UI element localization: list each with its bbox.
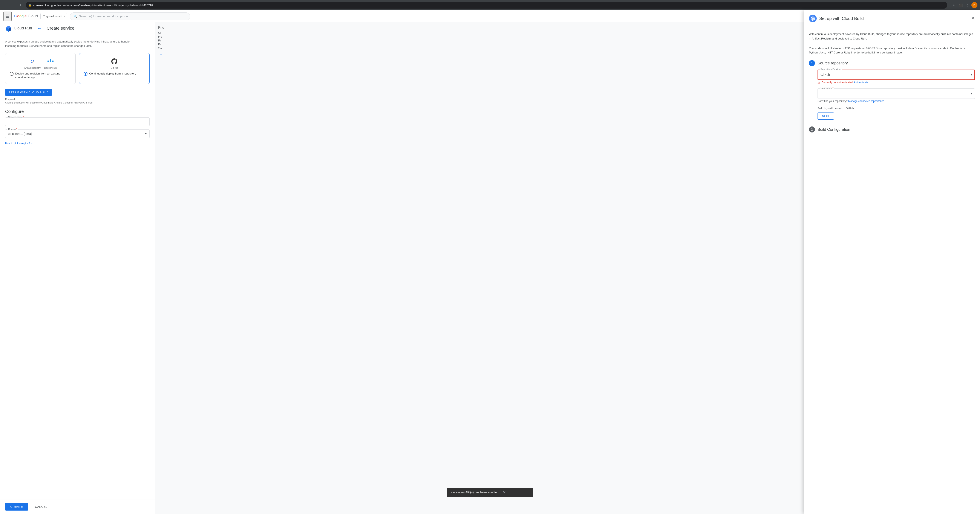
authenticate-link[interactable]: Authenticate bbox=[854, 81, 868, 84]
error-icon: ⚠ bbox=[818, 81, 820, 84]
step-1-section: 1 Source repository Repository Provider … bbox=[809, 60, 975, 120]
step-1-number: 1 bbox=[809, 60, 815, 66]
svg-rect-4 bbox=[30, 59, 35, 64]
step-1-header: 1 Source repository bbox=[809, 60, 975, 66]
region-wrapper: Region * us-central1 (Iowa) bbox=[5, 130, 150, 138]
auth-error-text: Currently not authenticated bbox=[822, 81, 853, 84]
step-2-number: 2 bbox=[809, 127, 815, 132]
manage-connected-repos-link[interactable]: Manage connected repositories bbox=[848, 100, 884, 103]
step-1-content: Repository Provider GitHub GitLab Bitbuc… bbox=[818, 70, 975, 120]
svg-rect-8 bbox=[33, 62, 34, 63]
user-avatar[interactable]: D bbox=[971, 2, 977, 8]
pricing-arrow-button[interactable]: → bbox=[158, 52, 164, 58]
svg-rect-7 bbox=[31, 62, 32, 63]
configure-section-title: Configure bbox=[5, 109, 150, 114]
cloud-build-panel-icon bbox=[809, 14, 817, 22]
back-button[interactable]: ← bbox=[3, 2, 9, 8]
pricing-panel-partial: Pric Cl Fre Fir Fir 2 n → bbox=[155, 22, 198, 514]
search-bar[interactable]: 🔍 Search (/) for resources, docs, produ.… bbox=[70, 13, 190, 20]
repository-provider-select[interactable]: GitHub GitLab Bitbucket bbox=[818, 70, 975, 80]
create-button[interactable]: CREATE bbox=[5, 503, 28, 511]
panel-body: With continuous deployment powered by Cl… bbox=[804, 27, 980, 514]
panel-close-button[interactable]: ✕ bbox=[971, 16, 975, 21]
source-card-icons-2: GitHub bbox=[84, 57, 145, 69]
address-bar[interactable]: 🔒 console.cloud.google.com/run/create?en… bbox=[26, 2, 947, 9]
step-1-title: Source repository bbox=[818, 61, 848, 65]
bookmark-button[interactable]: ☆ bbox=[951, 2, 957, 8]
source-card-radio-existing: Deploy one revision from an existing con… bbox=[10, 72, 71, 79]
source-card-icons: Artifact Registry bbox=[10, 57, 71, 69]
repository-field: Repository * ▾ Can't find your repositor… bbox=[818, 89, 975, 103]
step-2-header: 2 Build Configuration bbox=[809, 127, 975, 132]
pricing-line-4: Fir bbox=[158, 43, 194, 46]
docker-hub-icon bbox=[47, 57, 54, 65]
back-navigation-button[interactable]: ← bbox=[35, 25, 43, 32]
cloud-run-icon bbox=[5, 25, 12, 32]
repository-select-wrapper: Repository * ▾ bbox=[818, 89, 975, 99]
svg-rect-5 bbox=[31, 60, 32, 61]
region-dropdown[interactable]: us-central1 (Iowa) bbox=[5, 130, 150, 138]
panel-title: Set up with Cloud Build bbox=[819, 16, 968, 21]
more-button[interactable]: ⋮ bbox=[964, 2, 970, 8]
right-side-partial: Pric Cl Fre Fir Fir 2 n → bbox=[155, 22, 198, 514]
forward-button[interactable]: → bbox=[10, 2, 16, 8]
repository-provider-wrapper: Repository Provider GitHub GitLab Bitbuc… bbox=[818, 70, 975, 80]
source-card-continuous[interactable]: GitHub Continuously deploy from a reposi… bbox=[79, 53, 150, 84]
project-icon: ⬡ bbox=[43, 14, 45, 18]
menu-button[interactable]: ☰ bbox=[3, 11, 12, 21]
page-description: A service exposes a unique endpoint and … bbox=[5, 40, 134, 48]
url-text: console.cloud.google.com/run/create?enab… bbox=[33, 4, 153, 7]
page-title: Create service bbox=[47, 26, 74, 31]
github-label: GitHub bbox=[111, 67, 118, 69]
repository-label: Repository * bbox=[820, 87, 834, 89]
cant-find-repository: Can't find your repository? Manage conne… bbox=[818, 100, 975, 103]
source-continuous-label: Continuously deploy from a repository bbox=[89, 72, 136, 76]
artifact-registry-icon bbox=[29, 57, 36, 65]
chevron-down-icon: ▾ bbox=[64, 14, 65, 18]
service-name-wrapper: Service name * bbox=[5, 117, 150, 126]
lock-icon: 🔒 bbox=[29, 4, 32, 7]
browser-chrome: ← → ↻ 🔒 console.cloud.google.com/run/cre… bbox=[0, 0, 980, 10]
repository-select[interactable] bbox=[818, 89, 975, 99]
svg-rect-9 bbox=[48, 60, 49, 62]
step-1-next-button[interactable]: NEXT bbox=[818, 113, 834, 120]
cloud-run-logo: Cloud Run bbox=[5, 25, 32, 32]
project-selector[interactable]: ⬡ gohelloworld ▾ bbox=[40, 13, 67, 19]
svg-rect-11 bbox=[49, 59, 51, 60]
pricing-line-2: Fre bbox=[158, 35, 194, 38]
service-name-input[interactable] bbox=[5, 117, 150, 126]
step-2-section: 2 Build Configuration bbox=[809, 127, 975, 132]
panel-header: Set up with Cloud Build ✕ bbox=[804, 10, 980, 27]
how-to-pick-region-link[interactable]: How to pick a region? ↗ bbox=[5, 142, 32, 145]
main-body: A service exposes a unique endpoint and … bbox=[0, 34, 155, 167]
toast-close-button[interactable]: ✕ bbox=[503, 490, 506, 494]
radio-existing[interactable] bbox=[10, 72, 14, 76]
browser-actions: ☆ ⬛ ⋮ D bbox=[951, 2, 977, 8]
repository-provider-field: Repository Provider GitHub GitLab Bitbuc… bbox=[818, 70, 975, 84]
cloud-run-title: Cloud Run bbox=[14, 26, 32, 30]
source-card-existing[interactable]: Artifact Registry bbox=[5, 53, 76, 84]
artifact-registry-label: Artifact Registry bbox=[24, 67, 41, 69]
cancel-button[interactable]: CANCEL bbox=[32, 503, 51, 511]
service-name-field: Service name * bbox=[5, 117, 150, 126]
main-content: Cloud Run ← Create service A service exp… bbox=[0, 22, 155, 514]
source-existing-label: Deploy one revision from an existing con… bbox=[15, 72, 71, 79]
bottom-actions: CREATE CANCEL bbox=[0, 499, 155, 514]
radio-continuous[interactable] bbox=[84, 72, 88, 76]
search-icon: 🔍 bbox=[73, 14, 77, 18]
repository-provider-label: Repository Provider bbox=[820, 68, 842, 70]
panel-description-2: Your code should listen for HTTP request… bbox=[809, 46, 975, 55]
svg-rect-6 bbox=[33, 60, 34, 61]
cloud-build-panel: Set up with Cloud Build ✕ With continuou… bbox=[804, 10, 980, 514]
search-placeholder: Search (/) for resources, docs, produ... bbox=[79, 14, 130, 18]
api-notice: Clicking this button will enable the Clo… bbox=[5, 102, 150, 104]
extensions-button[interactable]: ⬛ bbox=[958, 2, 964, 8]
required-text: Required bbox=[5, 98, 150, 100]
setup-cloud-build-button[interactable]: SET UP WITH CLOUD BUILD bbox=[5, 89, 52, 96]
sub-header: Cloud Run ← Create service bbox=[0, 22, 155, 34]
radio-dot bbox=[85, 73, 86, 75]
external-link-icon: ↗ bbox=[31, 142, 32, 145]
refresh-button[interactable]: ↻ bbox=[18, 2, 24, 8]
pricing-line-5: 2 n bbox=[158, 47, 194, 50]
source-card-radio-continuous: Continuously deploy from a repository bbox=[84, 72, 145, 76]
